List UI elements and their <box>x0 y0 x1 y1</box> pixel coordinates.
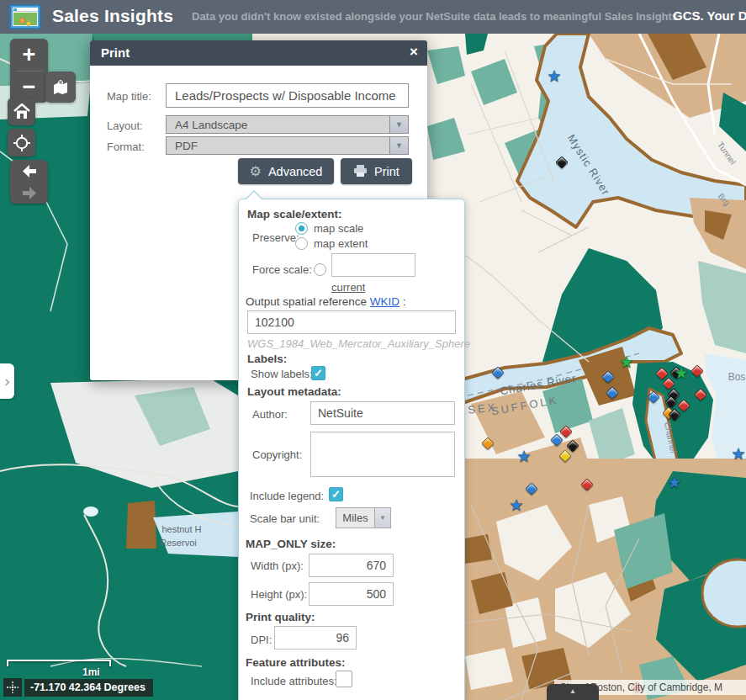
previous-extent-button[interactable] <box>10 160 48 182</box>
format-select-value: PDF <box>175 140 198 152</box>
preserve-map-extent-radio[interactable] <box>295 237 308 250</box>
side-panel-expander[interactable]: › <box>0 363 14 399</box>
current-scale-link[interactable]: current <box>331 281 365 294</box>
chevron-down-icon[interactable]: ▼ <box>374 508 390 528</box>
overview-map-toggle[interactable]: ▲ <box>547 684 599 700</box>
next-extent-button[interactable] <box>10 182 48 204</box>
advanced-button-label: Advanced <box>268 165 323 178</box>
map-marker-star-blue[interactable]: ★ <box>509 497 523 513</box>
map-title-input[interactable] <box>166 83 409 108</box>
feature-attributes-heading: Feature attributes: <box>246 656 346 669</box>
header-right-text: GCS. Your Da <box>673 8 746 23</box>
popup-caret <box>245 190 263 199</box>
zoom-control: + − <box>10 39 48 103</box>
include-legend-checkbox[interactable]: ✓ <box>329 487 343 501</box>
locate-button[interactable] <box>8 129 35 156</box>
height-label: Height (px): <box>251 588 307 601</box>
map-marker-star-blue[interactable]: ★ <box>547 68 561 84</box>
preserve-map-scale-radio[interactable] <box>295 222 308 235</box>
advanced-button[interactable]: ⚙ Advanced <box>238 158 334 184</box>
width-label: Width (px): <box>251 559 304 572</box>
map-marker-star-blue[interactable]: ★ <box>667 475 681 491</box>
map-marker-star-blue[interactable]: ★ <box>731 446 745 462</box>
force-scale-input[interactable] <box>331 253 415 277</box>
printer-icon <box>353 165 368 178</box>
height-input[interactable] <box>309 582 394 606</box>
map-title-label: Map title: <box>107 90 151 103</box>
scale-bar-unit-label: Scale bar unit: <box>250 512 320 525</box>
output-sr-label: Output spatial reference WKID : <box>246 295 406 308</box>
preserve-map-extent-label: map extent <box>314 237 368 250</box>
print-button-label: Print <box>374 165 399 178</box>
preserve-label: Preserve: <box>252 231 299 244</box>
app-title: Sales Insights <box>52 6 173 26</box>
copyright-label: Copyright: <box>252 448 302 461</box>
dpi-label: DPI: <box>251 634 272 646</box>
dpi-input[interactable] <box>274 626 357 650</box>
wkid-link[interactable]: WKID <box>370 295 399 308</box>
scale-bar-unit-select[interactable]: Miles ▼ <box>336 507 391 528</box>
home-button[interactable] <box>8 98 35 125</box>
copyright-textarea[interactable] <box>310 432 455 477</box>
wkid-input[interactable] <box>247 310 456 334</box>
width-input[interactable] <box>309 554 394 577</box>
map-marker-star-green[interactable]: ★ <box>674 365 688 381</box>
back-arrow-icon <box>22 165 37 178</box>
layout-select[interactable]: A4 Landscape ▼ <box>166 115 409 134</box>
force-scale-radio[interactable] <box>314 263 326 276</box>
show-labels-label: Show labels: <box>251 368 313 380</box>
app-stage: Charles RiverSUFFOLKESEXMystic RiverBosB… <box>0 0 746 700</box>
home-icon <box>13 103 30 119</box>
map-scale-extent-heading: Map scale/extent: <box>247 208 342 220</box>
layout-metadata-heading: Layout metadata: <box>247 385 341 398</box>
map-marker-star-green[interactable]: ★ <box>619 354 633 370</box>
include-attributes-label: Include attributes: <box>251 675 337 687</box>
chevron-down-icon[interactable]: ▼ <box>389 116 408 133</box>
print-quality-heading: Print quality: <box>246 611 315 623</box>
scale-bar-unit-value: Miles <box>342 512 368 524</box>
print-dialog-title: Print <box>101 45 130 60</box>
scale-bar <box>7 660 111 666</box>
print-button[interactable]: Print <box>341 158 412 184</box>
expand-arrow-icon: ▲ <box>569 687 576 695</box>
wkid-colon: : <box>403 295 406 308</box>
coordinate-widget: -71.170 42.364 Degrees <box>3 678 153 697</box>
labels-heading: Labels: <box>247 353 287 365</box>
include-legend-label: Include legend: <box>250 490 324 502</box>
format-select[interactable]: PDF ▼ <box>166 136 409 155</box>
coordinate-readout: -71.170 42.364 Degrees <box>24 679 153 697</box>
author-input[interactable] <box>310 401 455 425</box>
show-labels-checkbox[interactable]: ✓ <box>311 366 325 380</box>
preserve-map-scale-label: map scale <box>314 222 363 235</box>
map-marker-star-blue[interactable]: ★ <box>516 448 531 464</box>
crosshair-icon[interactable] <box>3 678 22 697</box>
print-tool-button[interactable] <box>45 72 76 103</box>
format-label: Format: <box>107 141 145 153</box>
chevron-right-icon: › <box>4 372 9 390</box>
print-dialog-header[interactable]: Print × <box>90 40 427 66</box>
map-export-icon <box>51 79 70 96</box>
forward-arrow-icon <box>22 187 37 199</box>
app-logo-icon <box>9 4 41 29</box>
locate-icon <box>13 134 31 152</box>
layout-label: Layout: <box>107 119 143 132</box>
header-tagline: Data you didn't know existed alongside y… <box>192 10 678 23</box>
layout-select-value: A4 Landscape <box>175 119 247 131</box>
app-header: Sales Insights Data you didn't know exis… <box>0 0 746 34</box>
chevron-down-icon[interactable]: ▼ <box>389 137 408 154</box>
spatial-reference-name: WGS_1984_Web_Mercator_Auxiliary_Sphere <box>247 337 470 350</box>
close-icon[interactable]: × <box>410 44 418 61</box>
author-label: Author: <box>252 408 288 421</box>
include-attributes-checkbox[interactable] <box>336 671 352 687</box>
advanced-panel: Map scale/extent: Preserve: map scale ma… <box>238 199 465 700</box>
map-only-heading: MAP_ONLY size: <box>246 538 336 550</box>
zoom-in-button[interactable]: + <box>10 39 48 71</box>
force-scale-label: Force scale: <box>252 263 312 276</box>
output-sr-text: Output spatial reference <box>246 295 367 308</box>
extent-nav-control <box>10 160 48 204</box>
scale-bar-label: 1mi <box>82 666 100 678</box>
gear-icon: ⚙ <box>250 165 262 178</box>
